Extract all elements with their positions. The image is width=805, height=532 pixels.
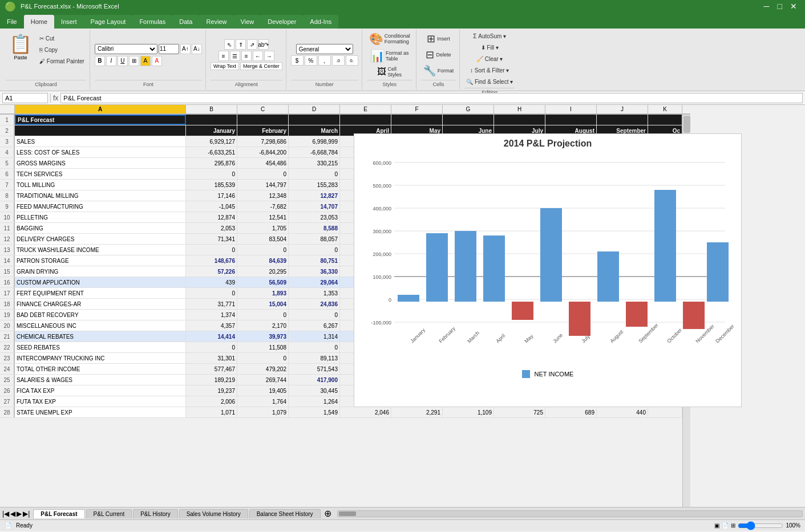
cell[interactable]: 2,053: [186, 223, 237, 233]
cell[interactable]: 57,226: [186, 266, 237, 277]
col-header-e[interactable]: E: [340, 105, 391, 113]
cell[interactable]: [545, 115, 597, 125]
sort-filter-button[interactable]: ↕ Sort & Filter ▾: [468, 65, 511, 75]
cell[interactable]: 11,508: [237, 342, 289, 352]
cell[interactable]: 0: [186, 245, 237, 255]
cell[interactable]: 7,298,686: [237, 136, 289, 147]
cell[interactable]: GROSS MARGINS: [15, 158, 186, 168]
conditional-formatting-button[interactable]: 🎨 ConditionalFormatting: [367, 31, 412, 47]
cell[interactable]: 417,900: [289, 375, 340, 385]
formula-input[interactable]: [60, 93, 803, 103]
cell[interactable]: 454,486: [237, 158, 289, 168]
cell[interactable]: 1,264: [289, 396, 340, 407]
cell[interactable]: 4,357: [186, 320, 237, 331]
cell[interactable]: 24,836: [289, 299, 340, 309]
cell[interactable]: 0: [186, 169, 237, 179]
cell[interactable]: 0: [289, 245, 340, 255]
cell[interactable]: FICA TAX EXP: [15, 385, 186, 396]
col-header-c[interactable]: C: [237, 105, 289, 113]
cell[interactable]: 83,504: [237, 234, 289, 244]
cell[interactable]: 148,676: [186, 255, 237, 266]
cell[interactable]: 12,827: [289, 190, 340, 201]
sheet-tab-pl-current[interactable]: P&L Current: [86, 509, 132, 518]
font-size-input[interactable]: [159, 44, 179, 54]
col-header-d[interactable]: D: [289, 105, 340, 113]
cell[interactable]: 84,639: [237, 255, 289, 266]
indent-increase[interactable]: →: [264, 51, 274, 61]
tab-home[interactable]: Home: [24, 15, 54, 29]
tab-nav-last[interactable]: ▶|: [23, 510, 30, 518]
sheet-tab-pl-history[interactable]: P&L History: [133, 509, 177, 518]
cell[interactable]: [15, 125, 186, 136]
tab-insert[interactable]: Insert: [54, 15, 84, 29]
cell[interactable]: 89,113: [289, 353, 340, 363]
cell[interactable]: TECH SERVICES: [15, 169, 186, 179]
cell[interactable]: 29,064: [289, 277, 340, 287]
cell[interactable]: 8,588: [289, 223, 340, 233]
cell[interactable]: 2,291: [391, 407, 443, 417]
cell[interactable]: FUTA TAX EXP: [15, 396, 186, 407]
sheet-tab-sales-volume[interactable]: Sales Volume History: [179, 509, 248, 518]
cell[interactable]: 479,202: [237, 364, 289, 374]
view-break-icon[interactable]: ⊞: [731, 522, 735, 529]
currency-button[interactable]: $: [291, 55, 304, 66]
cell[interactable]: 15,004: [237, 299, 289, 309]
auto-sum-button[interactable]: Σ AutoSum ▾: [471, 31, 508, 41]
cell[interactable]: TOLL MILLING: [15, 180, 186, 190]
sheet-tab-balance-sheet[interactable]: Balance Sheet History: [249, 509, 321, 518]
cell[interactable]: BAGGING: [15, 223, 186, 233]
cell[interactable]: January: [186, 125, 237, 136]
tab-formulas[interactable]: Formulas: [132, 15, 172, 29]
cell[interactable]: 14,707: [289, 201, 340, 212]
cell[interactable]: 1,314: [289, 331, 340, 342]
cell[interactable]: 2,006: [186, 396, 237, 407]
percent-button[interactable]: %: [305, 55, 317, 66]
tab-page-layout[interactable]: Page Layout: [84, 15, 133, 29]
cell[interactable]: 6,929,127: [186, 136, 237, 147]
tab-addins[interactable]: Add-Ins: [303, 15, 338, 29]
cell[interactable]: DELIVERY CHARGES: [15, 234, 186, 244]
maximize-btn[interactable]: □: [774, 2, 786, 11]
cell[interactable]: 36,330: [289, 266, 340, 277]
tab-view[interactable]: View: [234, 15, 261, 29]
align-top-center[interactable]: ⇑: [236, 39, 246, 50]
col-header-h[interactable]: H: [494, 105, 545, 113]
sheet-tab-pl-forecast[interactable]: P&L Forecast: [33, 509, 84, 518]
paste-button[interactable]: 📋 Paste: [6, 31, 35, 63]
cell[interactable]: 0: [289, 310, 340, 320]
cell[interactable]: 56,509: [237, 277, 289, 287]
fill-button[interactable]: ⬇ Fill ▾: [479, 42, 500, 52]
cell-styles-button[interactable]: 🖼 CellStyles: [375, 65, 404, 79]
minimize-btn[interactable]: ─: [760, 2, 773, 11]
cell[interactable]: 269,744: [237, 375, 289, 385]
cell[interactable]: 1,549: [289, 407, 340, 417]
clear-button[interactable]: 🧹 Clear ▾: [475, 54, 504, 64]
cell[interactable]: 0: [186, 342, 237, 352]
cell[interactable]: 725: [494, 407, 545, 417]
cell[interactable]: [289, 115, 340, 125]
cell[interactable]: 0: [289, 342, 340, 352]
copy-button[interactable]: ⎘ Copy: [38, 44, 86, 55]
cell[interactable]: [648, 407, 682, 417]
close-btn[interactable]: ✕: [787, 2, 800, 11]
cell[interactable]: [340, 115, 391, 125]
tab-file[interactable]: File: [0, 15, 24, 29]
cell[interactable]: 144,797: [237, 180, 289, 190]
view-normal-icon[interactable]: ▣: [714, 522, 719, 529]
cell[interactable]: CUSTOM APPLICATION: [15, 277, 186, 287]
cell[interactable]: -1,045: [186, 201, 237, 212]
cell[interactable]: 155,283: [289, 180, 340, 190]
tab-nav-prev[interactable]: ◀: [10, 510, 15, 518]
horizontal-scrollbar[interactable]: [337, 510, 803, 517]
format-as-table-button[interactable]: 📊 Format asTable: [368, 48, 411, 64]
cell[interactable]: TRADITIONAL MILLING: [15, 190, 186, 201]
cell[interactable]: P&L Forecast: [15, 115, 186, 125]
cell[interactable]: -6,633,251: [186, 147, 237, 157]
cell[interactable]: [391, 115, 443, 125]
fill-color-button[interactable]: A: [140, 56, 151, 66]
cell[interactable]: LESS: COST OF SALES: [15, 147, 186, 157]
comma-button[interactable]: ,: [318, 55, 331, 66]
cell[interactable]: 689: [545, 407, 597, 417]
cell[interactable]: 0: [237, 245, 289, 255]
orientation-button[interactable]: ab↷: [258, 39, 269, 50]
